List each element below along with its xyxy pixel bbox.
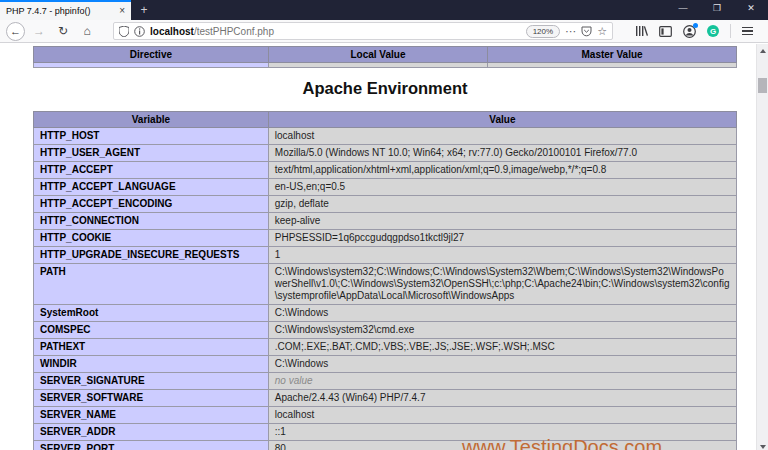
toolbar-right-icons: G — [635, 24, 753, 38]
browser-tab[interactable]: PHP 7.4.7 - phpinfo() × — [0, 0, 131, 20]
table-row: PATHC:\Windows\system32;C:\Windows;C:\Wi… — [34, 264, 737, 305]
scroll-down-arrow[interactable] — [760, 445, 766, 449]
variable-cell: SERVER_PORT — [34, 441, 269, 450]
home-button[interactable]: ⌂ — [77, 22, 97, 40]
toolbar-separator — [730, 24, 731, 38]
column-header: Master Value — [488, 47, 737, 63]
variable-cell: SERVER_SOFTWARE — [34, 390, 269, 407]
table-row: HTTP_UPGRADE_INSECURE_REQUESTS1 — [34, 247, 737, 264]
tab-close-icon[interactable]: × — [119, 6, 125, 16]
address-bar[interactable]: localhost/testPHPConf.php 120% ⋯ ☆ — [113, 22, 613, 40]
page-actions-icon[interactable]: ⋯ — [565, 26, 576, 37]
url-text[interactable]: localhost/testPHPConf.php — [150, 26, 521, 37]
variable-cell: PATHEXT — [34, 339, 269, 356]
reload-button[interactable]: ↻ — [53, 22, 73, 40]
column-header: Value — [268, 112, 736, 128]
variable-cell: SERVER_ADDR — [34, 424, 269, 441]
value-cell: ::1 — [268, 424, 736, 441]
table-row: SystemRootC:\Windows — [34, 305, 737, 322]
value-cell: Mozilla/5.0 (Windows NT 10.0; Win64; x64… — [268, 145, 736, 162]
table-row-clipped — [34, 63, 737, 68]
variable-cell: HTTP_HOST — [34, 128, 269, 145]
table-row: SERVER_SIGNATUREno value — [34, 373, 737, 390]
variable-cell: HTTP_UPGRADE_INSECURE_REQUESTS — [34, 247, 269, 264]
variable-cell: HTTP_ACCEPT_ENCODING — [34, 196, 269, 213]
library-icon[interactable] — [635, 25, 648, 37]
variable-cell: WINDIR — [34, 356, 269, 373]
pocket-icon[interactable] — [581, 26, 592, 37]
value-cell: no value — [268, 373, 736, 390]
shield-icon[interactable] — [119, 26, 129, 37]
variable-cell: HTTP_CONNECTION — [34, 213, 269, 230]
browser-titlebar: PHP 7.4.7 - phpinfo() × + — ❐ ✕ — [0, 0, 768, 20]
table-row: SERVER_SOFTWAREApache/2.4.43 (Win64) PHP… — [34, 390, 737, 407]
column-header: Local Value — [268, 47, 487, 63]
directives-table-partial: Directive Local Value Master Value — [33, 46, 737, 68]
value-cell: keep-alive — [268, 213, 736, 230]
account-icon[interactable] — [683, 25, 696, 38]
new-tab-button[interactable]: + — [131, 0, 157, 20]
page-title: Apache Environment — [33, 79, 737, 98]
value-cell: localhost — [268, 128, 736, 145]
table-row: HTTP_HOSTlocalhost — [34, 128, 737, 145]
value-cell: C:\Windows — [268, 305, 736, 322]
value-cell: C:\Windows\system32;C:\Windows;C:\Window… — [268, 264, 736, 305]
table-row: HTTP_ACCEPTtext/html,application/xhtml+x… — [34, 162, 737, 179]
page-content: Directive Local Value Master Value Apach… — [0, 44, 756, 450]
variable-cell: HTTP_USER_AGENT — [34, 145, 269, 162]
account-notification-dot — [693, 23, 698, 28]
table-row: SERVER_NAMElocalhost — [34, 407, 737, 424]
value-cell: gzip, deflate — [268, 196, 736, 213]
zoom-level-indicator[interactable]: 120% — [526, 25, 560, 38]
back-button[interactable]: ← — [6, 22, 25, 41]
maximize-button[interactable]: ❐ — [700, 0, 734, 16]
value-cell: Apache/2.4.43 (Win64) PHP/7.4.7 — [268, 390, 736, 407]
variable-cell: HTTP_ACCEPT — [34, 162, 269, 179]
navigation-toolbar: ← → ↻ ⌂ localhost/testPHPConf.php 120% ⋯… — [0, 20, 768, 43]
value-cell: en-US,en;q=0.5 — [268, 179, 736, 196]
variable-cell: COMSPEC — [34, 322, 269, 339]
table-row: HTTP_ACCEPT_ENCODINGgzip, deflate — [34, 196, 737, 213]
close-button[interactable]: ✕ — [734, 0, 768, 16]
variable-cell: HTTP_ACCEPT_LANGUAGE — [34, 179, 269, 196]
value-cell: C:\Windows — [268, 356, 736, 373]
variable-cell: HTTP_COOKIE — [34, 230, 269, 247]
site-info-icon[interactable] — [134, 26, 145, 37]
value-cell: 1 — [268, 247, 736, 264]
apache-env-table-body: HTTP_HOSTlocalhostHTTP_USER_AGENTMozilla… — [34, 128, 737, 450]
minimize-button[interactable]: — — [666, 0, 700, 16]
column-header: Variable — [34, 112, 269, 128]
value-cell: C:\Windows\system32\cmd.exe — [268, 322, 736, 339]
variable-cell: SERVER_SIGNATURE — [34, 373, 269, 390]
vertical-scrollbar[interactable] — [756, 44, 768, 450]
value-cell: PHPSESSID=1q6pccgudqgpdso1tkctl9jl27 — [268, 230, 736, 247]
apache-env-table: Variable Value HTTP_HOSTlocalhostHTTP_US… — [33, 111, 737, 450]
value-cell: localhost — [268, 407, 736, 424]
url-host: localhost — [150, 26, 194, 37]
sidebars-icon[interactable] — [659, 26, 672, 37]
variable-cell: PATH — [34, 264, 269, 305]
table-row: PATHEXT.COM;.EXE;.BAT;.CMD;.VBS;.VBE;.JS… — [34, 339, 737, 356]
forward-button[interactable]: → — [29, 22, 49, 40]
value-cell: 80 — [268, 441, 736, 450]
scrollbar-thumb[interactable] — [758, 78, 767, 93]
table-row: HTTP_CONNECTIONkeep-alive — [34, 213, 737, 230]
table-row: WINDIRC:\Windows — [34, 356, 737, 373]
window-controls: — ❐ ✕ — [666, 0, 768, 16]
table-row: COMSPECC:\Windows\system32\cmd.exe — [34, 322, 737, 339]
variable-cell: SERVER_NAME — [34, 407, 269, 424]
menu-icon[interactable] — [742, 27, 753, 36]
scroll-up-arrow[interactable] — [760, 49, 766, 53]
grammarly-extension-icon[interactable]: G — [707, 25, 719, 37]
table-row: HTTP_USER_AGENTMozilla/5.0 (Windows NT 1… — [34, 145, 737, 162]
value-cell: text/html,application/xhtml+xml,applicat… — [268, 162, 736, 179]
variable-cell: SystemRoot — [34, 305, 269, 322]
column-header: Directive — [34, 47, 269, 63]
table-row: HTTP_ACCEPT_LANGUAGEen-US,en;q=0.5 — [34, 179, 737, 196]
bookmark-star-icon[interactable]: ☆ — [597, 26, 607, 37]
table-row: SERVER_ADDR::1 — [34, 424, 737, 441]
table-row: SERVER_PORT80 — [34, 441, 737, 450]
url-path: /testPHPConf.php — [194, 26, 274, 37]
tab-title: PHP 7.4.7 - phpinfo() — [6, 6, 115, 16]
value-cell: .COM;.EXE;.BAT;.CMD;.VBS;.VBE;.JS;.JSE;.… — [268, 339, 736, 356]
